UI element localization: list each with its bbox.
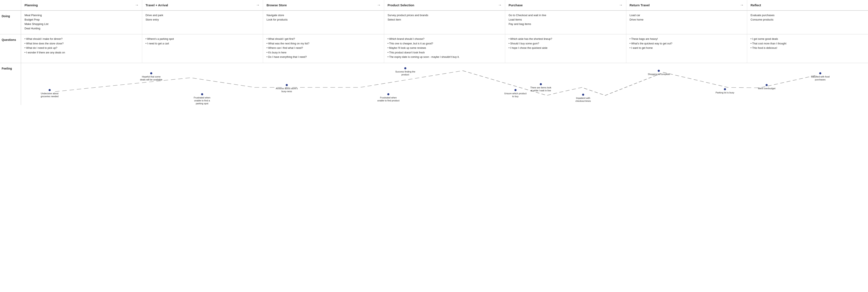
feeling-label-text: Success finding the product [394, 70, 417, 76]
feeling-label-text: Frustrated when unable to find product [377, 96, 400, 102]
doing-cell-return: Load car Drive home [626, 11, 747, 34]
feeling-dot [286, 84, 288, 86]
phase-label-planning: Planning [25, 3, 38, 7]
phase-label-return: Return Travel [630, 3, 650, 7]
phase-label-product: Product Selection [388, 3, 414, 7]
question-item: • I wonder if there are any deals on [25, 51, 139, 55]
question-item: • This product doesn't look fresh [388, 51, 502, 55]
doing-item: Load items [508, 18, 623, 21]
feeling-dot [150, 72, 152, 74]
phase-arrow-return: → [740, 3, 744, 7]
phase-label-travel: Travel + Arrival [146, 3, 168, 7]
doing-item: Survey product prices and brands [388, 13, 502, 17]
feeling-label-text: Shopping is complete [648, 73, 670, 76]
feeling-label-text: Anxious about store's busy-ness [275, 87, 298, 93]
question-item: • I need to get a cart [146, 42, 260, 46]
feeling-dot [387, 93, 390, 95]
question-item: • Maybe I'll look up some reviews [388, 46, 502, 50]
feeling-point-undecisive: Undecisive about groceries needed [38, 89, 61, 98]
doing-item: Drive and park [146, 13, 260, 17]
phase-label-purchase: Purchase [508, 3, 523, 7]
feeling-dot [201, 93, 203, 95]
doing-cell-product: Survey product prices and brands Select … [384, 11, 505, 34]
phase-header-product: Product Selection → [384, 0, 505, 10]
questions-cell-product: • Which brand should I choose? • This on… [384, 34, 505, 63]
feeling-point-frustrated-find: Frustrated when unable to find product [377, 93, 400, 102]
feeling-path-svg [21, 63, 868, 105]
feeling-point-frustrated-parking: Frustrated when unable to find a parking… [191, 93, 214, 105]
header-empty-cell [0, 0, 21, 10]
feeling-dot [766, 84, 768, 86]
doing-label: Doing [0, 11, 21, 34]
feeling-label-text: Hopeful that some deals will be availabl… [140, 75, 163, 81]
doing-item: Make Shopping List [25, 23, 139, 26]
doing-item: Consume products [750, 18, 865, 21]
feeling-dot [540, 83, 542, 85]
doing-item: Store entry [146, 18, 260, 21]
feeling-dot [404, 67, 406, 69]
questions-cell-browse: • What should I get first? • What was th… [263, 34, 384, 63]
question-item: • Where can I find what I need? [267, 46, 380, 50]
questions-cell-return: • These bags are heavy! • What's the qui… [626, 34, 747, 63]
feeling-row: Feeling Undecisive about groceries neede… [0, 63, 868, 105]
feeling-label-text: Impatient with checkout times [571, 97, 595, 103]
questions-cell-purchase: • Which aisle has the shortest lineup? •… [505, 34, 626, 63]
question-item: • What was the next thing on my list? [267, 42, 380, 46]
question-item: • What time does the store close? [25, 42, 139, 46]
doing-item: Budget Prep [25, 18, 139, 21]
doing-item: Pay and bag items [508, 23, 623, 26]
feeling-label-text: Frustrated when unable to find a parking… [191, 96, 214, 105]
questions-row: Questions • What should I make for dinne… [0, 34, 868, 63]
feeling-label-text: Satisfied with food purchases [809, 75, 832, 81]
doing-item: Meal Planning [25, 13, 139, 17]
feeling-label-text: Parking lot is busy [715, 91, 734, 94]
doing-item: Navigate store [267, 13, 380, 17]
question-item: • Which aisle has the shortest lineup? [508, 37, 623, 41]
feeling-point-anxious: Anxious about store's busy-ness [275, 84, 298, 93]
header-row: Planning → Travel + Arrival → Browse Sto… [0, 0, 868, 11]
doing-row: Doing Meal Planning Budget Prep Make Sho… [0, 11, 868, 34]
feeling-point-overbudget: Went overbudget [758, 84, 775, 90]
feeling-label-text: Unsure which product to buy [504, 92, 527, 98]
feeling-point-satisfied: Satisfied with food purchases [809, 72, 832, 81]
question-item: • Should I buy some gum? [508, 42, 623, 46]
doing-item: Load car [630, 13, 744, 17]
feeling-chart-area: Undecisive about groceries needed Hopefu… [21, 63, 868, 105]
phase-arrow-browse: → [377, 3, 380, 7]
question-item: • It's busy in here [267, 51, 380, 55]
question-item: • I hope I chose the quickest aisle [508, 46, 623, 50]
question-item: • What should I get first? [267, 37, 380, 41]
phase-header-travel: Travel + Arrival → [142, 0, 263, 10]
feeling-dot [658, 70, 660, 72]
feeling-dot [819, 72, 821, 74]
phase-arrow-product: → [498, 3, 502, 7]
feeling-label-text: Went overbudget [758, 87, 775, 90]
phase-header-return: Return Travel → [626, 0, 747, 10]
doing-item: Drive home [630, 18, 744, 21]
question-item: • What do I need to pick up? [25, 46, 139, 50]
question-item: • That cost more than I thought [750, 42, 865, 46]
phase-header-reflect: Reflect [747, 0, 868, 10]
phase-label-reflect: Reflect [750, 3, 761, 7]
question-item: • The expiry date is coming up soon - ma… [388, 55, 502, 59]
doing-cell-reflect: Evaluate purchases Consume products [747, 11, 868, 34]
question-item: • What's the quickest way to get out? [630, 42, 744, 46]
feeling-dot [49, 89, 51, 91]
questions-cell-reflect: • I got some good deals • That cost more… [747, 34, 868, 63]
feeling-point-success: Success finding the product [394, 67, 417, 76]
phase-header-purchase: Purchase → [505, 0, 626, 10]
feeling-point-impatient: Impatient with checkout times [571, 94, 595, 103]
question-item: • Which brand should I choose? [388, 37, 502, 41]
feeling-point-parking-lot: Parking lot is busy [715, 88, 734, 94]
phase-header-browse: Browse Store → [263, 0, 384, 10]
question-item: • I want to get home [630, 46, 744, 50]
questions-label: Questions [0, 34, 21, 63]
phase-header-planning: Planning → [21, 0, 142, 10]
phase-label-browse: Browse Store [267, 3, 287, 7]
doing-item: Select item [388, 18, 502, 21]
phase-arrow-travel: → [256, 3, 259, 7]
question-item: • Where's a parking spot [146, 37, 260, 41]
journey-map: Planning → Travel + Arrival → Browse Sto… [0, 0, 868, 105]
doing-item: Look for products [267, 18, 380, 21]
feeling-point-hopeful: Hopeful that some deals will be availabl… [140, 72, 163, 81]
